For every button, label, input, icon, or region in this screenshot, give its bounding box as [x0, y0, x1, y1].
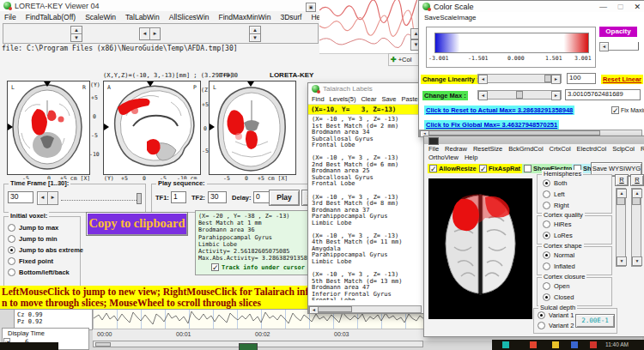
sagittal-slice-panel[interactable]: A P [103, 81, 201, 175]
menu-save[interactable]: Save [381, 95, 396, 103]
radio-jump-to-abs-extreme[interactable]: Jump to abs extreme [8, 246, 83, 254]
fixasprat-checkbox[interactable]: ✓FixAspRat [477, 164, 522, 173]
radio-normal[interactable]: Normal [543, 251, 574, 259]
rotation-vscrollbar-2[interactable]: ▲ ▼ [631, 188, 641, 267]
vscroll2-down[interactable]: ▼ [632, 256, 642, 266]
time-frame-next[interactable]: ► [47, 191, 58, 205]
linearity-thumb[interactable] [544, 75, 551, 82]
tf2-input[interactable]: 30 [208, 191, 227, 203]
spinner-down2[interactable]: ▼ [249, 33, 261, 42]
menu-orthoview[interactable]: OrthoView [428, 154, 459, 161]
play-button[interactable]: Play [269, 190, 300, 206]
opacity-slider[interactable]: ◄ [599, 42, 639, 51]
maximize-icon[interactable]: ▢ [617, 3, 624, 10]
taskbar-icon[interactable] [571, 341, 578, 348]
coronal-slice-panel[interactable]: L [209, 81, 296, 175]
menu-bckgrndcol[interactable]: BckGrndCol [508, 145, 543, 153]
menu-resetsize[interactable]: ResetSize [473, 145, 502, 153]
reset-linear-link[interactable]: Reset Linear [601, 75, 643, 84]
taskbar-icon[interactable] [530, 341, 537, 348]
max-scroll-left[interactable]: ◄ [478, 91, 488, 100]
radio-lores[interactable]: LoRes [543, 232, 573, 239]
main-titlebar[interactable]: LORETA-KEY Viewer 04 [0, 0, 326, 11]
menu-electrdcol[interactable]: ElectrdCol [577, 145, 607, 153]
max-scroll-right[interactable]: ► [551, 91, 561, 100]
menu-redraw[interactable]: Redraw [445, 145, 467, 153]
menu-findtallab[interactable]: FindTalLab(Off) [26, 13, 76, 21]
surf3d-titlebar[interactable] [424, 136, 644, 144]
spinner-down[interactable]: ▼ [70, 33, 82, 42]
menu-sclpcol[interactable]: SclpCol [612, 145, 635, 153]
time-frame-input[interactable]: 30 [8, 191, 33, 203]
menu-resetview[interactable]: ResetView [641, 145, 644, 153]
brain-3d-view[interactable] [428, 178, 532, 319]
opacity-slider-thumb[interactable]: ◄ [599, 42, 609, 51]
menu-savescaleimage[interactable]: SaveScaleImage [424, 14, 476, 21]
menu-tallabwin[interactable]: TalLabWin [125, 13, 160, 21]
taskbar-left-block[interactable] [0, 342, 58, 350]
menu-clear[interactable]: Clear [361, 95, 376, 103]
menu-levels[interactable]: Levels(5) [330, 95, 356, 103]
axial-slice-panel[interactable]: L R [7, 81, 90, 175]
radio-label: Both [554, 179, 567, 187]
max-scrollbar[interactable]: ◄ ► [477, 90, 562, 100]
tf1-input[interactable]: 1 [171, 191, 186, 203]
menu-crtxcol[interactable]: CrtxCol [550, 145, 571, 153]
linearity-value[interactable]: 100 [567, 73, 596, 84]
menu-file[interactable]: File [428, 145, 439, 153]
radio-fixed-point[interactable]: Fixed point [8, 257, 53, 265]
time-frame-slider-thumb[interactable] [137, 193, 142, 204]
vscroll1-down[interactable]: ▼ [617, 256, 627, 266]
menu-allsliceswin[interactable]: AllSlicesWin [169, 13, 210, 21]
copy-to-clipboard-button[interactable]: Copy to clipboard [86, 212, 188, 236]
taskbar-icon[interactable] [590, 341, 597, 348]
radio-both[interactable]: Both [543, 179, 567, 187]
rotate-reset-button-1[interactable]: R [615, 174, 629, 186]
linearity-scrollbar[interactable]: ◄ ► [477, 74, 562, 83]
radio-jump-to-max[interactable]: Jump to max [8, 224, 58, 232]
eeg-hscrollbar-thumb[interactable] [95, 342, 111, 347]
eeg-hscrollbar[interactable] [93, 341, 423, 347]
radio-hires[interactable]: HiRes [543, 220, 571, 228]
rotation-vscrollbar-1[interactable]: ▲ ▼ [616, 188, 626, 267]
taskbar-mid-icon[interactable] [239, 343, 258, 350]
reset-actual-max-link[interactable]: Click to Reset to Actual Max= 3.28638291… [424, 106, 574, 115]
vscroll1-thumb[interactable] [617, 197, 625, 205]
radio-open[interactable]: Open [543, 282, 569, 290]
taskbar-icon[interactable] [502, 341, 509, 348]
vscroll2-thumb[interactable] [632, 197, 641, 205]
menu-help[interactable]: Help [465, 154, 477, 161]
radio-bottom-left-back[interactable]: Bottom/left/back [8, 269, 70, 276]
radio-variant2[interactable]: Variant 2 [538, 322, 574, 329]
menu-file[interactable]: File [4, 13, 16, 21]
time-frame-slider[interactable] [61, 196, 142, 201]
track-info-checkbox[interactable]: ✓ Track info under cursor [211, 263, 305, 271]
talairach-titlebar[interactable]: Talairach Labels [308, 83, 423, 94]
fix-global-max-link[interactable]: Click to Fix Global Max= 3.4632794857025… [424, 120, 559, 130]
linearity-scroll-left[interactable]: ◄ [478, 75, 488, 84]
radio-inflated[interactable]: Inflated [543, 262, 575, 270]
talairach-hscrollbar-thumb[interactable] [318, 306, 352, 312]
sulcal-depth-value-button[interactable]: 2.00E-1 [575, 314, 615, 328]
allowresize-checkbox[interactable]: ✓AllowResize [428, 164, 478, 173]
radio-closed[interactable]: Closed [543, 293, 574, 301]
menu-3dsurf[interactable]: 3Dsurf [280, 13, 301, 21]
radio-jump-to-min[interactable]: Jump to min [8, 235, 58, 243]
rotate-reset-button-2[interactable]: R [630, 174, 644, 186]
radio-right[interactable]: Right [543, 202, 569, 209]
arrow-right[interactable]: ► [149, 27, 161, 40]
menu-findmaxminwin[interactable]: FindMaxMinWin [219, 13, 271, 21]
color-scale-titlebar[interactable]: Color Scale — ▢ ✕ [419, 1, 644, 12]
menu-find[interactable]: Find [312, 95, 325, 103]
max-value[interactable]: 3.00105762481689 [565, 89, 641, 100]
taskbar-icon[interactable] [552, 341, 559, 348]
radio-left[interactable]: Left [543, 190, 565, 198]
minimize-icon[interactable]: — [599, 3, 607, 11]
radio-variant1[interactable]: Variant 1 [538, 311, 574, 319]
fix-maximum-checkbox[interactable]: ✓ Fix Maximum [611, 106, 644, 114]
talairach-hscrollbar[interactable]: ◄ [308, 305, 422, 313]
linearity-scroll-right[interactable]: ► [551, 75, 561, 84]
max-thumb[interactable] [516, 91, 523, 99]
close-icon[interactable]: ✕ [634, 3, 641, 11]
menu-scalewin[interactable]: ScaleWin [85, 13, 116, 21]
